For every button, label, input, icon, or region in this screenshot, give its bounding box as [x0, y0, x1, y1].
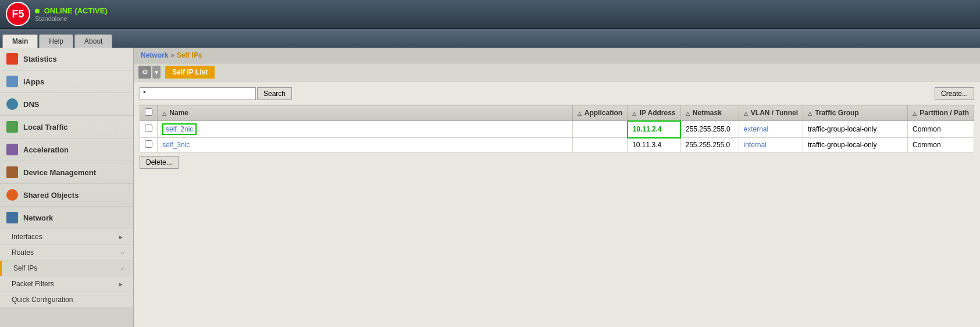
header-bar: F5 ONLINE (ACTIVE) Standalone	[0, 0, 980, 29]
col-header-application[interactable]: △ Application	[572, 105, 627, 121]
sidebar-item-shared-objects-label: Shared Objects	[23, 191, 79, 200]
data-table: △ Name △ Application △ IP Address △	[140, 105, 974, 152]
dropdown-arrow-icon[interactable]: ▼	[152, 66, 161, 79]
stats-icon	[6, 52, 19, 65]
table-area: Search Create... △ Name △	[134, 81, 980, 327]
row2-vlan-cell: internal	[739, 138, 803, 152]
search-button[interactable]: Search	[257, 87, 292, 100]
breadcrumb: Network » Self IPs	[134, 48, 980, 63]
sort-icon-traffic: △	[808, 111, 812, 116]
row1-vlan-link[interactable]: external	[744, 125, 769, 133]
sidebar-subitem-routes[interactable]: Routes ○	[0, 245, 133, 261]
sort-icon-partition: △	[913, 111, 917, 116]
col-header-partition[interactable]: △ Partition / Path	[907, 105, 974, 121]
row1-application-cell	[572, 121, 627, 138]
col-header-name[interactable]: △ Name	[158, 105, 573, 121]
select-all-checkbox[interactable]	[145, 108, 152, 116]
dns-icon	[6, 98, 19, 111]
search-input[interactable]	[140, 87, 256, 100]
chevron-right-icon: ►	[118, 234, 124, 240]
sidebar-item-statistics[interactable]: Statistics	[0, 48, 133, 70]
sidebar-item-device-management-label: Device Management	[23, 168, 96, 177]
sidebar-item-network[interactable]: Network	[0, 207, 133, 229]
sidebar-item-acceleration[interactable]: Acceleration	[0, 138, 133, 161]
row2-checkbox[interactable]	[145, 140, 152, 148]
status-block: ONLINE (ACTIVE) Standalone	[35, 6, 108, 22]
sort-icon-vlan: △	[744, 111, 748, 116]
localtraffic-icon	[6, 120, 19, 133]
table-header-row: △ Name △ Application △ IP Address △	[140, 105, 974, 121]
row2-name-cell: self_3nic	[158, 138, 573, 152]
status-standalone: Standalone	[35, 15, 108, 22]
row1-partition-cell: Common	[907, 121, 974, 138]
sidebar-subitem-self-ips[interactable]: Self IPs ○	[0, 261, 133, 276]
select-all-checkbox-header[interactable]	[140, 105, 158, 121]
sort-icon-netmask: △	[686, 111, 690, 116]
row2-partition-cell: Common	[907, 138, 974, 152]
row1-name-link[interactable]: self_2nic	[162, 123, 197, 135]
sidebar: Statistics iApps DNS Local Traffic Accel…	[0, 48, 134, 327]
row2-checkbox-cell[interactable]	[140, 138, 158, 152]
sidebar-item-local-traffic-label: Local Traffic	[23, 123, 68, 131]
sidebar-item-local-traffic[interactable]: Local Traffic	[0, 116, 133, 138]
row2-vlan-link[interactable]: internal	[744, 141, 767, 149]
row2-name-link[interactable]: self_3nic	[162, 141, 190, 149]
tab-main[interactable]: Main	[2, 34, 38, 48]
sidebar-subitem-routes-label: Routes	[12, 248, 120, 257]
row2-application-cell	[572, 138, 627, 152]
sidebar-subitem-packet-filters-label: Packet Filters	[12, 280, 118, 288]
nav-tabs-row: Main Help About	[0, 29, 980, 48]
sidebar-item-iapps-label: iApps	[23, 77, 44, 86]
row1-ip-cell: 10.11.2.4	[628, 121, 680, 138]
self-ip-list-tab[interactable]: Self IP List	[165, 66, 215, 79]
sidebar-item-network-label: Network	[23, 214, 53, 222]
col-header-vlan[interactable]: △ VLAN / Tunnel	[739, 105, 803, 121]
breadcrumb-current: Self IPs	[177, 51, 202, 59]
main-layout: Statistics iApps DNS Local Traffic Accel…	[0, 48, 980, 327]
status-online: ONLINE (ACTIVE)	[35, 6, 108, 15]
acceleration-icon	[6, 143, 19, 156]
breadcrumb-network[interactable]: Network	[141, 51, 168, 59]
row1-checkbox-cell[interactable]	[140, 121, 158, 138]
row1-netmask-cell: 255.255.255.0	[680, 121, 739, 138]
sidebar-item-device-management[interactable]: Device Management	[0, 161, 133, 184]
sidebar-subitem-packet-filters[interactable]: Packet Filters ►	[0, 276, 133, 292]
breadcrumb-separator: »	[170, 51, 174, 59]
circle-icon: ○	[120, 250, 124, 256]
sidebar-subitem-interfaces-label: Interfaces	[12, 233, 118, 241]
sidebar-item-iapps[interactable]: iApps	[0, 70, 133, 93]
sidebar-item-shared-objects[interactable]: Shared Objects	[0, 184, 133, 207]
table-row: self_3nic 10.11.3.4 255.255.255.0 intern…	[140, 138, 974, 152]
create-button[interactable]: Create...	[935, 87, 974, 100]
row1-checkbox[interactable]	[145, 125, 152, 132]
tab-about[interactable]: About	[74, 34, 112, 48]
col-header-ip[interactable]: △ IP Address	[628, 105, 680, 121]
sidebar-subitem-quick-configuration[interactable]: Quick Configuration	[0, 292, 133, 308]
devmgmt-icon	[6, 166, 19, 179]
col-header-netmask[interactable]: △ Netmask	[680, 105, 739, 121]
col-header-traffic-group[interactable]: △ Traffic Group	[803, 105, 907, 121]
table-row: self_2nic 10.11.2.4 255.255.255.0 extern…	[140, 121, 974, 138]
sidebar-subitem-interfaces[interactable]: Interfaces ►	[0, 229, 133, 245]
row1-name-cell: self_2nic	[158, 121, 573, 138]
row2-traffic-cell: traffic-group-local-only	[803, 138, 907, 152]
sort-icon-ip: △	[632, 111, 636, 116]
sidebar-item-statistics-label: Statistics	[23, 55, 57, 63]
f5-logo: F5	[6, 2, 30, 26]
iapps-icon	[6, 75, 19, 88]
content-area: Network » Self IPs ⚙ ▼ Self IP List Sear…	[134, 48, 980, 327]
circle-add-icon: ○	[120, 265, 124, 272]
gear-icon[interactable]: ⚙	[138, 66, 151, 79]
search-bar: Search Create...	[140, 87, 974, 100]
row2-netmask-cell: 255.255.255.0	[680, 138, 739, 152]
sort-icon-name: △	[162, 111, 166, 116]
delete-button[interactable]: Delete...	[140, 156, 179, 169]
row2-ip-cell: 10.11.3.4	[628, 138, 680, 152]
network-icon	[6, 211, 19, 224]
sort-icon-app: △	[578, 111, 582, 116]
status-indicator-icon	[35, 9, 40, 13]
row1-traffic-cell: traffic-group-local-only	[803, 121, 907, 138]
chevron-right-icon-2: ►	[118, 281, 124, 287]
tab-help[interactable]: Help	[39, 34, 73, 48]
sidebar-item-dns[interactable]: DNS	[0, 93, 133, 116]
